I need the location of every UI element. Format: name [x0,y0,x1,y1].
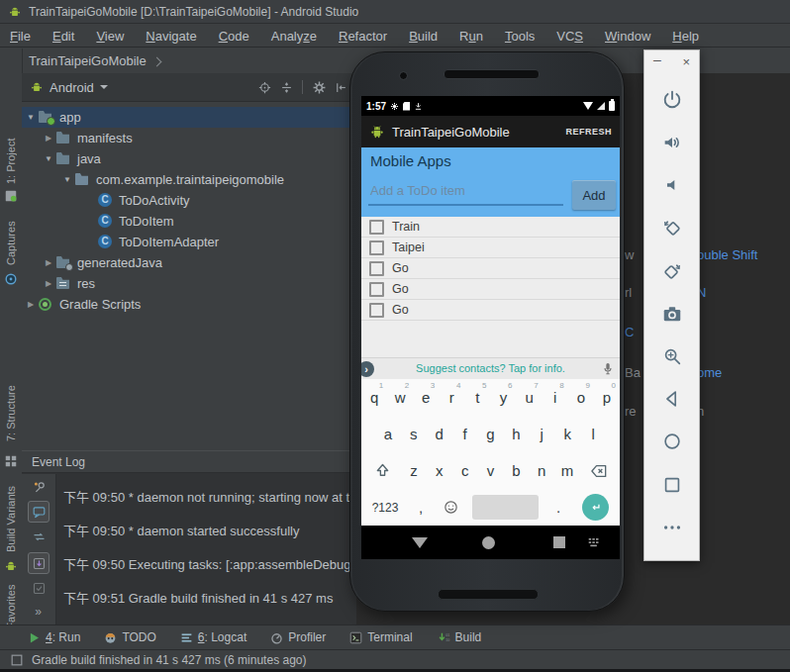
tab-terminal[interactable]: Terminal [349,630,412,644]
sidebar-item-captures[interactable]: Captures [0,215,22,272]
tree-row[interactable]: ToDoItemAdapter [22,232,356,252]
keyboard-switch-icon[interactable] [587,536,601,549]
menu-item[interactable]: Navigate [146,29,196,44]
key[interactable]: s [401,416,427,452]
tree-row[interactable]: app [22,107,356,128]
tree-row[interactable]: res [22,273,356,294]
key[interactable]: m [554,452,580,489]
key[interactable]: g [478,416,504,452]
menu-item[interactable]: Run [459,29,483,44]
menu-item[interactable]: VCS [556,29,583,44]
checkbox[interactable] [369,282,384,297]
menu-item[interactable]: Edit [52,29,74,44]
event-log-header[interactable]: Event Log [22,451,356,473]
menu-item[interactable]: Window [605,29,650,44]
event-log-wrap-icon[interactable] [28,526,49,547]
toggle-toolwindows-icon[interactable] [10,653,24,667]
screenshot-camera-button[interactable] [657,300,687,328]
key[interactable]: 9o [568,379,594,416]
mic-icon[interactable] [600,361,616,377]
sidebar-item-structure[interactable]: 7: Structure [0,373,22,454]
settings-gear-icon[interactable] [311,79,327,95]
key[interactable]: 4r [439,379,464,416]
todo-list-item[interactable]: Train [361,217,620,238]
checkbox[interactable] [369,220,384,235]
tree-row[interactable]: ToDoActivity [22,190,356,211]
key[interactable]: c [452,452,478,489]
key[interactable]: 3e [413,379,439,416]
collapse-all-icon[interactable] [278,79,294,95]
status-message[interactable]: Gradle build finished in 41 s 427 ms (6 … [32,653,306,667]
menu-item[interactable]: Refactor [339,29,387,44]
todo-list-item[interactable]: Go [361,279,620,300]
key[interactable]: 5t [464,379,490,416]
back-dismiss-icon[interactable] [412,537,428,548]
key[interactable]: 8i [543,379,568,416]
key[interactable]: 6y [490,379,516,416]
tree-expand-arrow-icon[interactable] [42,128,55,148]
key[interactable]: 1q [361,379,387,416]
tree-expand-arrow-icon[interactable] [42,273,55,294]
key[interactable]: k [554,416,580,452]
overview-button[interactable] [657,471,687,499]
tab-run[interactable]: 4: Run [28,630,80,644]
back-button[interactable] [657,385,687,413]
key[interactable]: x [427,452,452,489]
sidebar-item-project[interactable]: 1: Project [0,132,22,191]
todo-list-item[interactable]: Go [361,300,620,321]
enter-key[interactable] [572,494,618,521]
key[interactable]: z [401,452,427,489]
comma-key[interactable]: , [407,499,435,516]
menu-item[interactable]: Analyze [271,29,317,44]
zoom-button[interactable] [657,342,687,370]
key[interactable]: f [452,416,478,452]
shift-key-icon[interactable] [364,452,401,489]
sidebar-item-build-variants[interactable]: Build Variants [0,478,22,559]
menu-item[interactable]: Build [409,29,438,44]
tree-expand-arrow-icon[interactable] [60,169,74,190]
key[interactable]: h [503,416,529,452]
key[interactable]: j [529,416,554,452]
close-icon[interactable]: × [682,54,690,69]
period-key[interactable]: . [544,499,572,516]
tree-expand-arrow-icon[interactable] [24,294,38,315]
tree-expand-arrow-icon[interactable] [42,148,55,169]
event-log-filter-icon[interactable] [28,577,49,599]
project-view-selector[interactable]: Android [49,80,94,95]
todo-list-item[interactable]: Go [361,258,620,279]
home-button[interactable] [657,428,687,455]
key[interactable]: n [529,452,554,489]
tree-expand-arrow-icon[interactable] [42,252,55,273]
checkbox[interactable] [369,261,384,276]
suggestion-text[interactable]: Suggest contacts? Tap for info. [361,362,620,374]
event-log-messages-icon[interactable] [28,501,49,523]
rotate-left-button[interactable] [657,214,687,241]
menu-item[interactable]: Tools [505,29,535,44]
event-log-more-icon[interactable]: » [28,601,49,623]
volume-down-button[interactable] [657,171,687,199]
home-icon[interactable] [482,536,495,549]
tab-logcat[interactable]: 6: Logcat [180,630,247,644]
hide-panel-icon[interactable] [333,79,348,95]
tree-row[interactable]: ToDoItem [22,211,356,232]
todo-list-item[interactable]: Taipei [361,238,620,258]
key[interactable]: b [503,452,529,489]
overview-icon[interactable] [553,536,565,548]
menu-item[interactable]: File [10,29,31,44]
symbols-key[interactable]: ?123 [363,501,407,515]
tree-row[interactable]: java [22,148,356,169]
menu-item[interactable]: Help [672,29,699,44]
checkbox[interactable] [369,240,384,255]
refresh-button[interactable]: REFRESH [565,127,612,137]
event-log-settings-icon[interactable] [28,476,49,498]
menu-item[interactable]: View [96,29,124,44]
tree-row[interactable]: manifests [22,128,356,148]
key[interactable]: 0p [594,379,620,416]
backspace-key-icon[interactable] [580,452,617,489]
add-button[interactable]: Add [572,180,616,210]
key[interactable]: a [375,416,401,452]
event-log-export-icon[interactable] [28,552,49,574]
tree-row[interactable]: Gradle Scripts [22,294,356,315]
key[interactable]: l [580,416,606,452]
key[interactable]: 7u [517,379,543,416]
